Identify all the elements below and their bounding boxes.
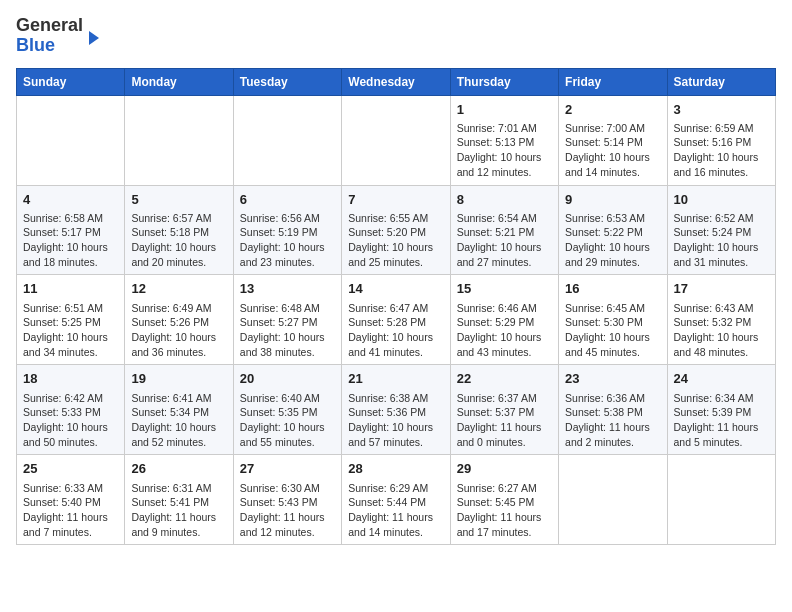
calendar-cell: 27Sunrise: 6:30 AM Sunset: 5:43 PM Dayli… bbox=[233, 455, 341, 545]
day-number: 27 bbox=[240, 460, 335, 478]
calendar-cell: 8Sunrise: 6:54 AM Sunset: 5:21 PM Daylig… bbox=[450, 185, 558, 275]
day-number: 3 bbox=[674, 101, 769, 119]
day-info: Sunrise: 6:52 AM Sunset: 5:24 PM Dayligh… bbox=[674, 211, 769, 270]
logo-text: General Blue bbox=[16, 16, 83, 56]
calendar-cell: 7Sunrise: 6:55 AM Sunset: 5:20 PM Daylig… bbox=[342, 185, 450, 275]
day-info: Sunrise: 6:48 AM Sunset: 5:27 PM Dayligh… bbox=[240, 301, 335, 360]
calendar-cell: 12Sunrise: 6:49 AM Sunset: 5:26 PM Dayli… bbox=[125, 275, 233, 365]
calendar-cell: 5Sunrise: 6:57 AM Sunset: 5:18 PM Daylig… bbox=[125, 185, 233, 275]
day-info: Sunrise: 6:29 AM Sunset: 5:44 PM Dayligh… bbox=[348, 481, 443, 540]
day-number: 5 bbox=[131, 191, 226, 209]
calendar-cell: 16Sunrise: 6:45 AM Sunset: 5:30 PM Dayli… bbox=[559, 275, 667, 365]
day-number: 25 bbox=[23, 460, 118, 478]
calendar-cell: 18Sunrise: 6:42 AM Sunset: 5:33 PM Dayli… bbox=[17, 365, 125, 455]
day-number: 9 bbox=[565, 191, 660, 209]
calendar-header-row: SundayMondayTuesdayWednesdayThursdayFrid… bbox=[17, 68, 776, 95]
calendar-table: SundayMondayTuesdayWednesdayThursdayFrid… bbox=[16, 68, 776, 546]
calendar-cell: 13Sunrise: 6:48 AM Sunset: 5:27 PM Dayli… bbox=[233, 275, 341, 365]
day-number: 22 bbox=[457, 370, 552, 388]
calendar-cell: 26Sunrise: 6:31 AM Sunset: 5:41 PM Dayli… bbox=[125, 455, 233, 545]
day-info: Sunrise: 6:56 AM Sunset: 5:19 PM Dayligh… bbox=[240, 211, 335, 270]
calendar-cell: 14Sunrise: 6:47 AM Sunset: 5:28 PM Dayli… bbox=[342, 275, 450, 365]
day-info: Sunrise: 7:00 AM Sunset: 5:14 PM Dayligh… bbox=[565, 121, 660, 180]
calendar-cell: 9Sunrise: 6:53 AM Sunset: 5:22 PM Daylig… bbox=[559, 185, 667, 275]
calendar-cell bbox=[667, 455, 775, 545]
calendar-cell: 19Sunrise: 6:41 AM Sunset: 5:34 PM Dayli… bbox=[125, 365, 233, 455]
day-info: Sunrise: 6:36 AM Sunset: 5:38 PM Dayligh… bbox=[565, 391, 660, 450]
day-info: Sunrise: 6:31 AM Sunset: 5:41 PM Dayligh… bbox=[131, 481, 226, 540]
day-number: 7 bbox=[348, 191, 443, 209]
calendar-week-row: 18Sunrise: 6:42 AM Sunset: 5:33 PM Dayli… bbox=[17, 365, 776, 455]
day-info: Sunrise: 6:43 AM Sunset: 5:32 PM Dayligh… bbox=[674, 301, 769, 360]
day-number: 28 bbox=[348, 460, 443, 478]
day-number: 1 bbox=[457, 101, 552, 119]
day-number: 19 bbox=[131, 370, 226, 388]
calendar-cell: 24Sunrise: 6:34 AM Sunset: 5:39 PM Dayli… bbox=[667, 365, 775, 455]
calendar-cell bbox=[17, 95, 125, 185]
day-info: Sunrise: 6:54 AM Sunset: 5:21 PM Dayligh… bbox=[457, 211, 552, 270]
day-info: Sunrise: 6:41 AM Sunset: 5:34 PM Dayligh… bbox=[131, 391, 226, 450]
calendar-cell: 2Sunrise: 7:00 AM Sunset: 5:14 PM Daylig… bbox=[559, 95, 667, 185]
day-number: 8 bbox=[457, 191, 552, 209]
calendar-week-row: 1Sunrise: 7:01 AM Sunset: 5:13 PM Daylig… bbox=[17, 95, 776, 185]
day-number: 18 bbox=[23, 370, 118, 388]
day-info: Sunrise: 6:40 AM Sunset: 5:35 PM Dayligh… bbox=[240, 391, 335, 450]
calendar-week-row: 4Sunrise: 6:58 AM Sunset: 5:17 PM Daylig… bbox=[17, 185, 776, 275]
calendar-cell: 4Sunrise: 6:58 AM Sunset: 5:17 PM Daylig… bbox=[17, 185, 125, 275]
day-info: Sunrise: 6:27 AM Sunset: 5:45 PM Dayligh… bbox=[457, 481, 552, 540]
logo-blue: Blue bbox=[16, 35, 55, 55]
day-number: 16 bbox=[565, 280, 660, 298]
calendar-week-row: 25Sunrise: 6:33 AM Sunset: 5:40 PM Dayli… bbox=[17, 455, 776, 545]
col-header-saturday: Saturday bbox=[667, 68, 775, 95]
col-header-monday: Monday bbox=[125, 68, 233, 95]
logo-general: General bbox=[16, 15, 83, 35]
day-info: Sunrise: 6:59 AM Sunset: 5:16 PM Dayligh… bbox=[674, 121, 769, 180]
day-number: 20 bbox=[240, 370, 335, 388]
calendar-cell bbox=[342, 95, 450, 185]
calendar-cell: 15Sunrise: 6:46 AM Sunset: 5:29 PM Dayli… bbox=[450, 275, 558, 365]
day-number: 6 bbox=[240, 191, 335, 209]
logo: General Blue bbox=[16, 16, 99, 56]
calendar-week-row: 11Sunrise: 6:51 AM Sunset: 5:25 PM Dayli… bbox=[17, 275, 776, 365]
day-number: 2 bbox=[565, 101, 660, 119]
day-number: 4 bbox=[23, 191, 118, 209]
calendar-cell: 28Sunrise: 6:29 AM Sunset: 5:44 PM Dayli… bbox=[342, 455, 450, 545]
calendar-cell: 10Sunrise: 6:52 AM Sunset: 5:24 PM Dayli… bbox=[667, 185, 775, 275]
logo-arrow-icon bbox=[89, 31, 99, 45]
day-number: 13 bbox=[240, 280, 335, 298]
day-number: 17 bbox=[674, 280, 769, 298]
calendar-cell: 25Sunrise: 6:33 AM Sunset: 5:40 PM Dayli… bbox=[17, 455, 125, 545]
day-info: Sunrise: 6:47 AM Sunset: 5:28 PM Dayligh… bbox=[348, 301, 443, 360]
day-info: Sunrise: 6:42 AM Sunset: 5:33 PM Dayligh… bbox=[23, 391, 118, 450]
day-info: Sunrise: 6:46 AM Sunset: 5:29 PM Dayligh… bbox=[457, 301, 552, 360]
col-header-sunday: Sunday bbox=[17, 68, 125, 95]
day-info: Sunrise: 6:55 AM Sunset: 5:20 PM Dayligh… bbox=[348, 211, 443, 270]
calendar-cell: 20Sunrise: 6:40 AM Sunset: 5:35 PM Dayli… bbox=[233, 365, 341, 455]
calendar-cell: 1Sunrise: 7:01 AM Sunset: 5:13 PM Daylig… bbox=[450, 95, 558, 185]
day-number: 29 bbox=[457, 460, 552, 478]
calendar-cell: 3Sunrise: 6:59 AM Sunset: 5:16 PM Daylig… bbox=[667, 95, 775, 185]
day-info: Sunrise: 6:57 AM Sunset: 5:18 PM Dayligh… bbox=[131, 211, 226, 270]
day-info: Sunrise: 6:49 AM Sunset: 5:26 PM Dayligh… bbox=[131, 301, 226, 360]
day-number: 26 bbox=[131, 460, 226, 478]
day-info: Sunrise: 6:37 AM Sunset: 5:37 PM Dayligh… bbox=[457, 391, 552, 450]
calendar-cell: 23Sunrise: 6:36 AM Sunset: 5:38 PM Dayli… bbox=[559, 365, 667, 455]
day-info: Sunrise: 7:01 AM Sunset: 5:13 PM Dayligh… bbox=[457, 121, 552, 180]
col-header-tuesday: Tuesday bbox=[233, 68, 341, 95]
calendar-cell bbox=[233, 95, 341, 185]
day-info: Sunrise: 6:33 AM Sunset: 5:40 PM Dayligh… bbox=[23, 481, 118, 540]
day-number: 24 bbox=[674, 370, 769, 388]
page-header: General Blue bbox=[16, 16, 776, 56]
day-number: 23 bbox=[565, 370, 660, 388]
day-info: Sunrise: 6:30 AM Sunset: 5:43 PM Dayligh… bbox=[240, 481, 335, 540]
day-info: Sunrise: 6:45 AM Sunset: 5:30 PM Dayligh… bbox=[565, 301, 660, 360]
day-info: Sunrise: 6:51 AM Sunset: 5:25 PM Dayligh… bbox=[23, 301, 118, 360]
calendar-cell: 11Sunrise: 6:51 AM Sunset: 5:25 PM Dayli… bbox=[17, 275, 125, 365]
calendar-cell: 29Sunrise: 6:27 AM Sunset: 5:45 PM Dayli… bbox=[450, 455, 558, 545]
col-header-wednesday: Wednesday bbox=[342, 68, 450, 95]
calendar-cell: 21Sunrise: 6:38 AM Sunset: 5:36 PM Dayli… bbox=[342, 365, 450, 455]
day-info: Sunrise: 6:38 AM Sunset: 5:36 PM Dayligh… bbox=[348, 391, 443, 450]
calendar-cell: 22Sunrise: 6:37 AM Sunset: 5:37 PM Dayli… bbox=[450, 365, 558, 455]
day-info: Sunrise: 6:53 AM Sunset: 5:22 PM Dayligh… bbox=[565, 211, 660, 270]
day-number: 12 bbox=[131, 280, 226, 298]
